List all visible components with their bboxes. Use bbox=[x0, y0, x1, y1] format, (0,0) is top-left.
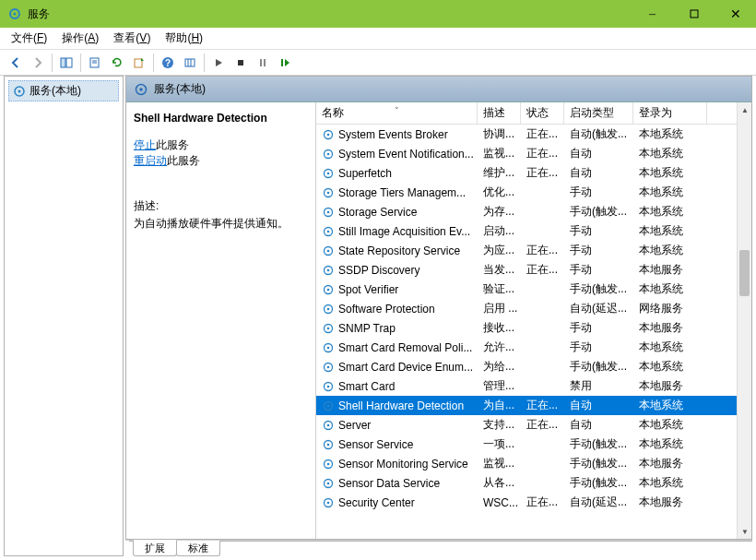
service-row[interactable]: Storage Service为存...手动(触发...本地系统 bbox=[316, 202, 751, 221]
col-startup[interactable]: 启动类型 bbox=[564, 102, 633, 124]
svg-point-51 bbox=[327, 404, 330, 407]
scroll-thumb[interactable] bbox=[739, 250, 750, 296]
tab-extended[interactable]: 扩展 bbox=[133, 540, 177, 556]
properties-button[interactable] bbox=[85, 53, 105, 73]
service-row[interactable]: Sensor Monitoring Service监视...手动(触发...本地… bbox=[316, 454, 751, 473]
service-row[interactable]: State Repository Service为应...正在...手动本地系统 bbox=[316, 241, 751, 260]
svg-point-1 bbox=[14, 13, 17, 16]
forward-button[interactable] bbox=[28, 53, 48, 73]
service-row[interactable]: Spot Verifier验证...手动(触发...本地系统 bbox=[316, 280, 751, 299]
service-row[interactable]: System Event Notification...监视...正在...自动… bbox=[316, 144, 751, 163]
service-status: 正在... bbox=[521, 126, 564, 142]
service-row[interactable]: Software Protection启用 ...自动(延迟...网络服务 bbox=[316, 299, 751, 318]
start-service-button[interactable] bbox=[208, 53, 229, 73]
menu-help[interactable]: 帮助(H) bbox=[165, 30, 203, 46]
service-row[interactable]: Server支持...正在...自动本地系统 bbox=[316, 415, 751, 435]
service-startup: 手动(触发... bbox=[564, 456, 633, 471]
service-logon: 本地系统 bbox=[633, 417, 707, 433]
tab-standard[interactable]: 标准 bbox=[176, 541, 220, 556]
stop-service-link[interactable]: 停止 bbox=[134, 138, 156, 151]
service-row[interactable]: System Events Broker协调...正在...自动(触发...本地… bbox=[316, 125, 751, 144]
tree-root-label: 服务(本地) bbox=[30, 83, 81, 99]
menu-file[interactable]: 文件(F) bbox=[11, 30, 47, 46]
gear-icon bbox=[322, 438, 335, 451]
stop-service-button[interactable] bbox=[230, 53, 251, 73]
scroll-down-icon[interactable]: ▼ bbox=[738, 524, 751, 539]
gear-icon bbox=[322, 399, 335, 412]
service-startup: 手动(触发... bbox=[564, 204, 633, 220]
service-row[interactable]: Smart Card Device Enum...为给...手动(触发...本地… bbox=[316, 357, 751, 376]
restart-service-link[interactable]: 重启动 bbox=[134, 154, 167, 167]
service-name: Storage Tiers Managem... bbox=[338, 186, 466, 199]
service-name: Sensor Monitoring Service bbox=[338, 458, 468, 471]
service-row[interactable]: SNMP Trap接收...手动本地服务 bbox=[316, 318, 751, 338]
gear-icon bbox=[322, 419, 335, 432]
service-row[interactable]: Still Image Acquisition Ev...启动...手动本地系统 bbox=[316, 221, 751, 241]
service-status: 正在... bbox=[521, 494, 564, 510]
tree-panel: 服务(本地) bbox=[4, 76, 124, 556]
service-logon: 本地系统 bbox=[633, 204, 707, 220]
service-startup: 禁用 bbox=[564, 378, 633, 394]
app-icon bbox=[7, 6, 22, 21]
service-row[interactable]: Security CenterWSC...正在...自动(延迟...本地服务 bbox=[316, 493, 751, 512]
separator bbox=[80, 54, 81, 72]
col-logon[interactable]: 登录为 bbox=[633, 102, 707, 124]
service-logon: 本地服务 bbox=[633, 378, 707, 394]
tree-root-services[interactable]: 服务(本地) bbox=[8, 80, 119, 101]
service-logon: 本地系统 bbox=[633, 165, 707, 181]
svg-point-37 bbox=[327, 268, 330, 271]
refresh-button[interactable] bbox=[107, 53, 127, 73]
service-logon: 本地服务 bbox=[633, 494, 707, 510]
minimize-button[interactable]: ─ bbox=[632, 0, 673, 28]
service-logon: 网络服务 bbox=[633, 301, 707, 316]
col-desc[interactable]: 描述 bbox=[478, 102, 521, 124]
panel-header: 服务(本地) bbox=[126, 77, 751, 102]
svg-point-47 bbox=[327, 365, 330, 368]
stop-service-line: 停止此服务 bbox=[134, 137, 304, 153]
service-startup: 自动(延迟... bbox=[564, 494, 633, 510]
service-name: Smart Card Removal Poli... bbox=[338, 341, 472, 354]
menu-action[interactable]: 操作(A) bbox=[62, 30, 99, 46]
service-row[interactable]: Superfetch维护...正在...自动本地系统 bbox=[316, 163, 751, 183]
service-name: Security Center bbox=[338, 496, 415, 509]
menu-view[interactable]: 查看(V) bbox=[113, 30, 150, 46]
svg-point-43 bbox=[327, 327, 330, 329]
menubar: 文件(F) 操作(A) 查看(V) 帮助(H) bbox=[0, 28, 756, 50]
service-row[interactable]: SSDP Discovery当发...正在...手动本地服务 bbox=[316, 260, 751, 280]
svg-rect-3 bbox=[61, 58, 65, 67]
columns-button[interactable] bbox=[180, 53, 200, 73]
help-button[interactable]: ? bbox=[158, 53, 178, 73]
main-panel: 服务(本地) Shell Hardware Detection 停止此服务 重启… bbox=[125, 76, 752, 556]
separator bbox=[204, 54, 205, 72]
scroll-up-icon[interactable]: ▲ bbox=[738, 102, 751, 117]
svg-point-53 bbox=[327, 423, 330, 426]
col-name[interactable]: 名称 ⌄ bbox=[316, 102, 478, 124]
close-button[interactable]: ✕ bbox=[715, 0, 756, 28]
svg-point-25 bbox=[327, 152, 330, 155]
service-desc: 维护... bbox=[478, 165, 521, 181]
service-name: System Events Broker bbox=[338, 128, 448, 141]
svg-point-45 bbox=[327, 346, 330, 349]
service-status: 正在... bbox=[521, 262, 564, 278]
gear-icon bbox=[322, 167, 335, 180]
service-logon: 本地系统 bbox=[633, 126, 707, 142]
service-row[interactable]: Smart Card管理...禁用本地服务 bbox=[316, 376, 751, 396]
export-button[interactable] bbox=[129, 53, 149, 73]
maximize-button[interactable] bbox=[673, 0, 715, 28]
service-name: Smart Card bbox=[338, 380, 395, 393]
service-logon: 本地系统 bbox=[633, 340, 707, 355]
service-row[interactable]: Storage Tiers Managem...优化...手动本地系统 bbox=[316, 183, 751, 202]
restart-service-button[interactable] bbox=[275, 53, 295, 73]
pause-service-button[interactable] bbox=[253, 53, 273, 73]
service-row[interactable]: Sensor Data Service从各...手动(触发...本地系统 bbox=[316, 473, 751, 493]
vertical-scrollbar[interactable]: ▲ ▼ bbox=[737, 102, 751, 539]
gear-icon bbox=[322, 477, 335, 490]
sort-indicator-icon: ⌄ bbox=[394, 102, 400, 111]
service-row[interactable]: Shell Hardware Detection为自...正在...自动本地系统 bbox=[316, 396, 751, 415]
back-button[interactable] bbox=[6, 53, 26, 73]
svg-point-27 bbox=[327, 172, 330, 174]
col-status[interactable]: 状态 bbox=[521, 102, 564, 124]
service-row[interactable]: Smart Card Removal Poli...允许...手动本地系统 bbox=[316, 338, 751, 357]
show-hide-tree-button[interactable] bbox=[56, 53, 77, 73]
service-row[interactable]: Sensor Service一项...手动(触发...本地系统 bbox=[316, 435, 751, 454]
